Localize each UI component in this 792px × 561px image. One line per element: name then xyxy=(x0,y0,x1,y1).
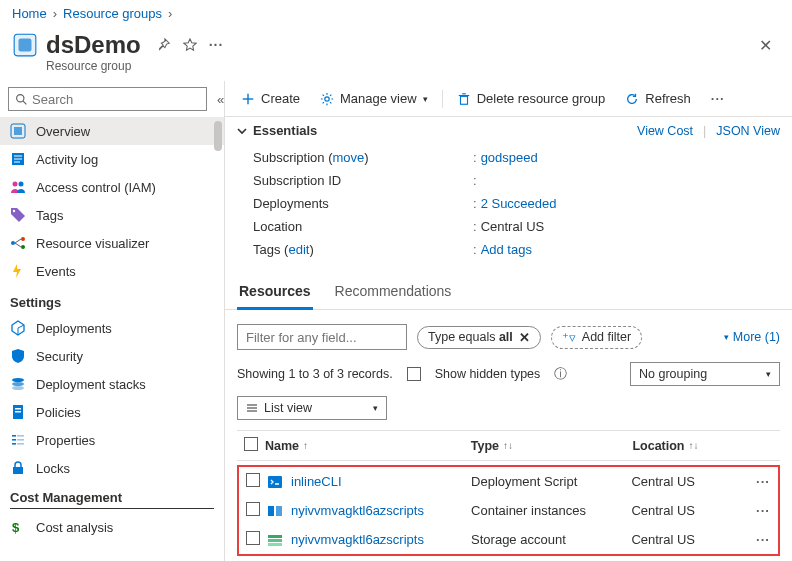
tags-edit-link[interactable]: edit xyxy=(288,242,309,257)
view-cost-link[interactable]: View Cost xyxy=(637,124,693,138)
show-hidden-checkbox[interactable] xyxy=(407,367,421,381)
create-button[interactable]: Create xyxy=(233,87,308,110)
essentials-header: Essentials View Cost | JSON View xyxy=(225,116,792,144)
nav-label: Resource visualizer xyxy=(36,236,149,251)
type-filter-chip[interactable]: Type equals all ✕ xyxy=(417,326,541,349)
row-menu-button[interactable]: ··· xyxy=(748,474,778,489)
refresh-button[interactable]: Refresh xyxy=(617,87,699,110)
chevron-down-icon: ▾ xyxy=(423,94,428,104)
nav-deployments[interactable]: Deployments xyxy=(0,314,224,342)
table-row[interactable]: inlineCLI Deployment Script Central US ·… xyxy=(239,467,778,496)
nav-properties[interactable]: Properties xyxy=(0,426,224,454)
nav-security[interactable]: Security xyxy=(0,342,224,370)
more-icon[interactable]: ··· xyxy=(203,33,230,57)
scrollbar-thumb[interactable] xyxy=(214,121,222,151)
delete-button[interactable]: Delete resource group xyxy=(449,87,614,110)
events-icon xyxy=(10,263,26,279)
svg-point-19 xyxy=(12,382,24,386)
svg-line-3 xyxy=(23,101,26,104)
col-type[interactable]: Type↑↓ xyxy=(471,439,633,453)
svg-line-17 xyxy=(15,243,21,247)
svg-point-14 xyxy=(21,237,25,241)
resource-name-link[interactable]: nyivvmvagktl6azscripts xyxy=(291,503,424,518)
nav-events[interactable]: Events xyxy=(0,257,224,285)
chevron-down-icon: ▾ xyxy=(724,332,729,342)
manage-view-button[interactable]: Manage view ▾ xyxy=(312,87,436,110)
collapse-sidebar-icon[interactable]: « xyxy=(213,90,228,109)
sidebar-search[interactable] xyxy=(8,87,207,111)
more-filters-link[interactable]: ▾ More (1) xyxy=(724,330,780,344)
row-checkbox[interactable] xyxy=(246,473,260,487)
nav-group-settings: Settings xyxy=(0,285,224,314)
sort-asc-icon: ↑ xyxy=(303,440,308,451)
svg-point-13 xyxy=(11,241,15,245)
row-menu-button[interactable]: ··· xyxy=(748,503,778,518)
breadcrumb-home[interactable]: Home xyxy=(12,6,47,21)
sidebar-search-input[interactable] xyxy=(32,92,200,107)
nav-activity-log[interactable]: Activity log xyxy=(0,145,224,173)
nav-resource-visualizer[interactable]: Resource visualizer xyxy=(0,229,224,257)
nav-label: Deployments xyxy=(36,321,112,336)
table-body-highlight: inlineCLI Deployment Script Central US ·… xyxy=(237,465,780,556)
col-name[interactable]: Name↑ xyxy=(265,439,471,453)
nav-label: Access control (IAM) xyxy=(36,180,156,195)
nav-cost-analysis[interactable]: $ Cost analysis xyxy=(0,513,224,541)
chevron-right-icon: › xyxy=(53,6,57,21)
nav-overview[interactable]: Overview xyxy=(0,117,224,145)
page-header: dsDemo ··· ✕ xyxy=(0,27,792,61)
nav-access-control[interactable]: Access control (IAM) xyxy=(0,173,224,201)
breadcrumb-resource-groups[interactable]: Resource groups xyxy=(63,6,162,21)
tags-value[interactable]: Add tags xyxy=(481,242,532,257)
more-commands-button[interactable]: ··· xyxy=(703,87,733,110)
separator: | xyxy=(703,124,706,138)
close-icon[interactable]: ✕ xyxy=(751,32,780,59)
locks-icon xyxy=(10,460,26,476)
remove-icon[interactable]: ✕ xyxy=(519,330,530,345)
table-row[interactable]: nyivvmvagktl6azscripts Storage account C… xyxy=(239,525,778,554)
resource-location: Central US xyxy=(631,532,748,547)
grouping-dropdown[interactable]: No grouping ▾ xyxy=(630,362,780,386)
nav-label: Locks xyxy=(36,461,70,476)
json-view-link[interactable]: JSON View xyxy=(716,124,780,138)
container-instances-icon xyxy=(267,503,283,519)
subscription-move-link[interactable]: move xyxy=(333,150,365,165)
subscription-value[interactable]: godspeed xyxy=(481,150,538,165)
nav-label: Events xyxy=(36,264,76,279)
pin-icon[interactable] xyxy=(151,34,177,56)
view-mode-dropdown[interactable]: List view ▾ xyxy=(237,396,387,420)
nav-deployment-stacks[interactable]: Deployment stacks xyxy=(0,370,224,398)
svg-rect-30 xyxy=(13,467,23,474)
deployments-value[interactable]: 2 Succeeded xyxy=(481,196,557,211)
select-all-checkbox[interactable] xyxy=(244,437,258,451)
deployment-script-icon xyxy=(267,474,283,490)
row-checkbox[interactable] xyxy=(246,531,260,545)
nav-tags[interactable]: Tags xyxy=(0,201,224,229)
filter-input[interactable] xyxy=(237,324,407,350)
add-filter-chip[interactable]: ⁺▿ Add filter xyxy=(551,326,642,349)
table-row[interactable]: nyivvmvagktl6azscripts Container instanc… xyxy=(239,496,778,525)
tab-resources[interactable]: Resources xyxy=(237,277,313,310)
nav-locks[interactable]: Locks xyxy=(0,454,224,482)
chevron-down-icon[interactable] xyxy=(237,126,247,136)
trash-icon xyxy=(457,92,471,106)
svg-rect-35 xyxy=(460,96,467,104)
sidebar-nav: Overview Activity log Access control (IA… xyxy=(0,117,224,541)
info-icon[interactable]: ⓘ xyxy=(554,366,567,383)
svg-rect-24 xyxy=(12,435,16,437)
resource-name-link[interactable]: nyivvmvagktl6azscripts xyxy=(291,532,424,547)
favorite-icon[interactable] xyxy=(177,34,203,56)
nav-policies[interactable]: Policies xyxy=(0,398,224,426)
nav-label: Deployment stacks xyxy=(36,377,146,392)
svg-rect-46 xyxy=(268,543,282,546)
button-label: Create xyxy=(261,91,300,106)
resource-name-link[interactable]: inlineCLI xyxy=(291,474,342,489)
security-icon xyxy=(10,348,26,364)
svg-rect-23 xyxy=(15,411,21,413)
separator xyxy=(442,90,443,108)
col-location[interactable]: Location↑↓ xyxy=(632,439,750,453)
tab-recommendations[interactable]: Recommendations xyxy=(333,277,454,309)
row-menu-button[interactable]: ··· xyxy=(748,532,778,547)
content-tabs: Resources Recommendations xyxy=(225,269,792,310)
row-checkbox[interactable] xyxy=(246,502,260,516)
essentials-panel: Subscription (move) :godspeed Subscripti… xyxy=(225,144,792,269)
